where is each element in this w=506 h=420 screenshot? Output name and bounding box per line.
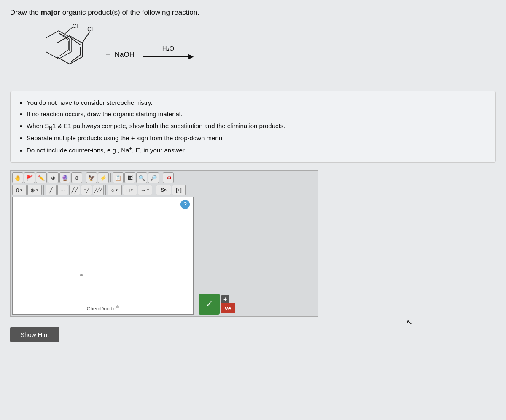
circle-dropdown-arrow: ▼	[115, 188, 118, 192]
instruction-5: Do not include counter-ions, e.g., Na+, …	[27, 144, 488, 156]
square-shape-btn[interactable]: □ ▼	[123, 185, 137, 195]
hand-tool-btn[interactable]: 🤚	[12, 172, 23, 183]
naoh-label: NaOH	[115, 51, 135, 59]
svg-text:Cl: Cl	[87, 27, 93, 32]
plus-sign: +	[105, 50, 110, 59]
instructions-box: You do not have to consider stereochemis…	[10, 91, 496, 163]
canvas-row: ? ChemDoodle® ✓ + ve	[12, 197, 316, 315]
toolbar-sep5	[105, 185, 106, 195]
page-wrapper: Draw the major organic product(s) of the…	[0, 0, 506, 420]
frame-btn[interactable]: 🖼	[124, 172, 135, 183]
chemdoodle-container: 🤚 🚩 ✏️ ⊕ 🔮 8 🦅 ⚡ 📋 🖼 🔍 🔎 🏷 0 ▼	[10, 170, 318, 317]
svg-line-13	[82, 32, 90, 43]
instruction-4: Separate multiple products using the + s…	[27, 133, 488, 144]
arrow-dropdown-arrow: ▼	[146, 188, 150, 192]
bold-major: major	[41, 8, 60, 16]
instruction-3: When SN1 & E1 pathways compete, show bot…	[27, 120, 488, 132]
charge-btn[interactable]: ⚡	[98, 172, 109, 183]
plus-circle-dropdown-btn[interactable]: ⊕ ▼	[27, 185, 42, 195]
toolbar-sep4	[43, 185, 44, 195]
plus-circle-icon: ⊕	[30, 187, 35, 193]
toolbar-sep1	[84, 173, 84, 182]
plus-circle-dropdown-arrow: ▼	[35, 188, 39, 192]
instruction-2: If no reaction occurs, draw the organic …	[27, 109, 488, 120]
toolbar-row2: 0 ▼ ⊕ ▼ ╱ ··· ╱╱ ≡╱ ╱╱╱ ○ ▼ □ ▼	[12, 185, 316, 195]
atom-btn[interactable]: 🏷	[163, 172, 174, 183]
bond-triple-btn[interactable]: ≡╱	[81, 185, 92, 195]
circle-shape-btn[interactable]: ○ ▼	[108, 185, 122, 195]
drawing-canvas[interactable]: ? ChemDoodle®	[12, 197, 194, 315]
zero-dropdown-btn[interactable]: 0 ▼	[12, 185, 27, 195]
zero-dropdown-arrow: ▼	[19, 188, 23, 192]
h2o-label: H₂O	[162, 45, 175, 52]
bracket-btn[interactable]: 8	[71, 172, 82, 183]
help-button[interactable]: ?	[180, 200, 190, 209]
plus-btn[interactable]: +	[221, 295, 229, 303]
circle-icon: ○	[111, 187, 115, 193]
arrow-area: H₂O	[143, 45, 194, 61]
reaction-area: Cl Cl + NaOH H₂O	[35, 24, 496, 81]
bond-single-btn[interactable]: ╱	[46, 185, 57, 195]
show-hint-area: Show Hint	[10, 322, 496, 342]
toolbar-row1: 🤚 🚩 ✏️ ⊕ 🔮 8 🦅 ⚡ 📋 🖼 🔍 🔎 🏷	[12, 172, 316, 183]
square-icon: □	[126, 187, 130, 193]
arrow-shape-btn[interactable]: → ▼	[138, 185, 152, 195]
arrow-icon: →	[140, 187, 146, 193]
question-title: Draw the major organic product(s) of the…	[10, 8, 496, 18]
instructions-list: You do not have to consider stereochemis…	[18, 97, 488, 156]
instruction-1: You do not have to consider stereochemis…	[27, 97, 488, 108]
svg-marker-9	[57, 36, 82, 64]
zero-label: 0	[16, 187, 19, 193]
ring-tool-btn[interactable]: ⊕	[48, 172, 59, 183]
show-hint-button[interactable]: Show Hint	[10, 327, 59, 342]
copy-btn[interactable]: 📋	[113, 172, 124, 183]
bracket-label-btn[interactable]: [+]	[172, 185, 186, 195]
bond-dotted-btn[interactable]: ···	[57, 185, 68, 195]
flag-tool-btn[interactable]: 🚩	[24, 172, 35, 183]
bond-multi-btn[interactable]: ╱╱╱	[93, 185, 104, 195]
bond-double-slash-btn[interactable]: ╱╱	[69, 185, 80, 195]
template-tool-btn[interactable]: 🔮	[59, 172, 70, 183]
benzylchloride-svg: Cl	[42, 27, 97, 78]
chemdoodle-label: ChemDoodle®	[87, 305, 119, 312]
eraser-tool-btn[interactable]: ✏️	[36, 172, 47, 183]
toolbar-sep6	[154, 185, 154, 195]
zoom-in-btn[interactable]: 🔍	[136, 172, 147, 183]
right-controls: ✓ + ve	[197, 197, 235, 315]
square-dropdown-arrow: ▼	[130, 188, 133, 192]
lasso-btn[interactable]: 🦅	[86, 172, 97, 183]
zoom-out-btn[interactable]: 🔎	[148, 172, 159, 183]
toolbar-sep3	[161, 173, 161, 182]
check-button[interactable]: ✓	[199, 294, 220, 315]
reaction-arrow	[143, 53, 194, 61]
save-button[interactable]: ve	[221, 303, 235, 313]
sn-label-btn[interactable]: Sn	[156, 185, 171, 195]
canvas-dot	[80, 274, 83, 276]
toolbar-sep2	[110, 173, 111, 182]
